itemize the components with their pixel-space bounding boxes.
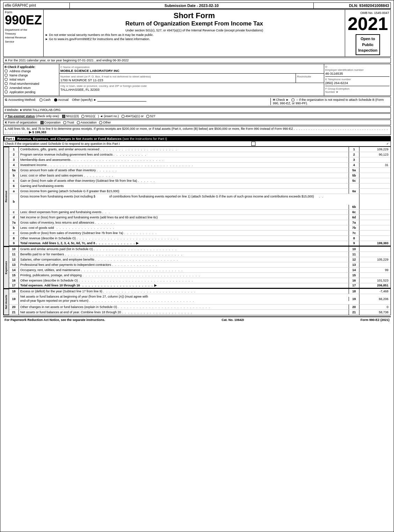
line-12-desc: Salaries, other compensation, and employ… bbox=[19, 257, 349, 262]
line-12-num: 12 bbox=[9, 257, 19, 262]
line-3-desc: Membership dues and assessments . . . . … bbox=[19, 157, 349, 162]
line-19-num: 19 bbox=[9, 294, 19, 304]
line-10-desc: Grants and similar amounts paid (list in… bbox=[19, 247, 349, 252]
line-7b-desc: Less: cost of goods sold . . . . . . . .… bbox=[19, 225, 349, 230]
line-20-amount: 0 bbox=[359, 305, 391, 309]
line-3-ref: 3 bbox=[349, 157, 359, 162]
return-title: Return of Organization Exempt From Incom… bbox=[45, 20, 343, 27]
line-9-ref: 9 bbox=[349, 241, 359, 246]
net-assets-side-label: Net Assets bbox=[3, 289, 9, 315]
section-a: A For the 2021 calendar year, or tax yea… bbox=[3, 58, 391, 63]
line-7c-num: c bbox=[9, 231, 19, 235]
form-number: 990EZ bbox=[5, 14, 42, 27]
line-4-num: 4 bbox=[9, 163, 19, 167]
line-6-desc: Gaming and fundraising events bbox=[19, 183, 349, 188]
section-b-title: B Check if applicable: bbox=[5, 65, 58, 69]
line-1-desc: Contributions, gifts, grants, and simila… bbox=[19, 147, 349, 152]
line-7a-amount bbox=[359, 220, 391, 225]
line-2-num: 2 bbox=[9, 152, 19, 157]
line-16-desc: Other expenses (describe in Schedule O) … bbox=[19, 278, 349, 283]
line-5a-num: 5a bbox=[9, 168, 19, 173]
line-6b-sub: 6b bbox=[349, 205, 359, 209]
ein-value: 46-3116535 bbox=[325, 72, 389, 75]
line-18-num: 18 bbox=[9, 289, 19, 294]
line-8-ref: 8 bbox=[349, 236, 359, 241]
line-9-amount: 199,383 bbox=[359, 241, 391, 246]
org-city: TALLAHASSEE, FL 32303 bbox=[60, 88, 99, 91]
footer: For Paperwork Reduction Act Notice, see … bbox=[3, 316, 391, 323]
line-1-amount: 109,229 bbox=[359, 147, 391, 152]
efile-label: efile GRAPHIC print bbox=[3, 3, 70, 8]
line-12-amount: 105,229 bbox=[359, 257, 391, 262]
line-21-num: 21 bbox=[9, 310, 19, 315]
line-8-desc: Other revenue (describe in Schedule O) .… bbox=[19, 236, 349, 241]
line-2-amount: 90,123 bbox=[359, 152, 391, 157]
line-19-desc: Net assets or fund balances at beginning… bbox=[19, 294, 349, 304]
line-6-amount bbox=[359, 183, 391, 188]
line-3-num: 3 bbox=[9, 157, 19, 162]
line-11-desc: Benefits paid to or for members . . . . … bbox=[19, 252, 349, 257]
line-12-ref: 12 bbox=[349, 257, 359, 262]
line-3-amount bbox=[359, 157, 391, 162]
ein-label: D bbox=[325, 65, 389, 68]
group-exemption-label: F Group Exemption Number ► bbox=[325, 87, 389, 93]
line-6b-num: b bbox=[9, 194, 19, 209]
section-gh: G Accounting Method: Cash Accrual Other … bbox=[3, 97, 391, 106]
line-2-desc: Program service revenue including govern… bbox=[19, 152, 349, 157]
line-19-ref: 19 bbox=[349, 297, 359, 301]
line-17-desc: Total expenses. Add lines 10 through 16 … bbox=[19, 283, 349, 288]
line-7c-amount bbox=[359, 231, 391, 235]
line-17-amount: 206,851 bbox=[359, 283, 391, 288]
line-5b-desc: Less: cost or other basis and sales expe… bbox=[19, 173, 349, 178]
line-18-amount: -7,468 bbox=[359, 289, 391, 294]
line-7b-num: b bbox=[9, 225, 19, 230]
line-5b-num: b bbox=[9, 173, 19, 178]
org-name: MOBILE SCIENCE LABORATORY INC bbox=[60, 69, 119, 73]
line-19-amount: 66,206 bbox=[359, 294, 391, 304]
open-public-box: Open to Public Inspection bbox=[356, 34, 380, 55]
line-20-num: 20 bbox=[9, 305, 19, 309]
line-1-ref: 1 bbox=[349, 147, 359, 152]
year-display: 2021 bbox=[348, 15, 388, 33]
line-14-num: 14 bbox=[9, 268, 19, 272]
line-8-num: 8 bbox=[9, 236, 19, 241]
line-6c-desc: Less: direct expenses from gaming and fu… bbox=[19, 210, 349, 215]
short-form-title: Short Form bbox=[45, 11, 343, 20]
line-15-desc: Printing, publications, postage, and shi… bbox=[19, 273, 349, 278]
line-13-amount bbox=[359, 262, 391, 267]
org-address: 1700 N MONROE ST 11-223 bbox=[60, 78, 103, 82]
phone-value: (850) 264-6224 bbox=[325, 81, 389, 85]
line-21-desc: Net assets or fund balances at end of ye… bbox=[19, 310, 349, 315]
line-13-desc: Professional fees and other payments to … bbox=[19, 262, 349, 267]
check-final-return: Final return/terminated bbox=[5, 82, 58, 85]
line-7b-amount bbox=[359, 225, 391, 230]
part1-check-row: Check if the organization used Schedule … bbox=[3, 141, 391, 147]
line-6a-amount bbox=[359, 189, 391, 194]
line-11-amount bbox=[359, 252, 391, 257]
instruction1: ► Do not enter social security numbers o… bbox=[45, 33, 343, 37]
line-7c-ref: 7c bbox=[349, 231, 359, 235]
line-15-ref: 15 bbox=[349, 273, 359, 278]
line-5c-ref: 5c bbox=[349, 178, 359, 183]
line-10-amount bbox=[359, 247, 391, 252]
line-15-amount bbox=[359, 273, 391, 278]
line-16-num: 16 bbox=[9, 278, 19, 283]
line-6a-sub: 6a bbox=[349, 189, 359, 194]
line-17-num: 17 bbox=[9, 283, 19, 288]
line-6c-sub: 6c bbox=[349, 210, 359, 215]
line-9-desc: Total revenue. Add lines 1, 2, 3, 4, 5c,… bbox=[19, 241, 349, 246]
line-5c-desc: Gain or (loss) from sale of assets other… bbox=[19, 178, 349, 183]
line-10-ref: 10 bbox=[349, 247, 359, 252]
phone-label: E Telephone number bbox=[325, 78, 389, 81]
line-6d-num: d bbox=[9, 215, 19, 220]
line-20-ref: 20 bbox=[349, 305, 359, 309]
subtitle: Under section 501(c), 527, or 4947(a)(1)… bbox=[45, 29, 343, 32]
line-6c-amount bbox=[359, 210, 391, 215]
check-address-change: Address change bbox=[5, 69, 58, 73]
line-7c-desc: Gross profit or (loss) from sales of inv… bbox=[19, 231, 349, 235]
line-6-sub bbox=[349, 183, 359, 188]
line-7a-sub: 7a bbox=[349, 220, 359, 225]
section-i: I Website: ►WWW.TALLYMOLAB.ORG bbox=[3, 107, 391, 113]
line-13-num: 13 bbox=[9, 262, 19, 267]
line-16-ref: 16 bbox=[349, 278, 359, 283]
